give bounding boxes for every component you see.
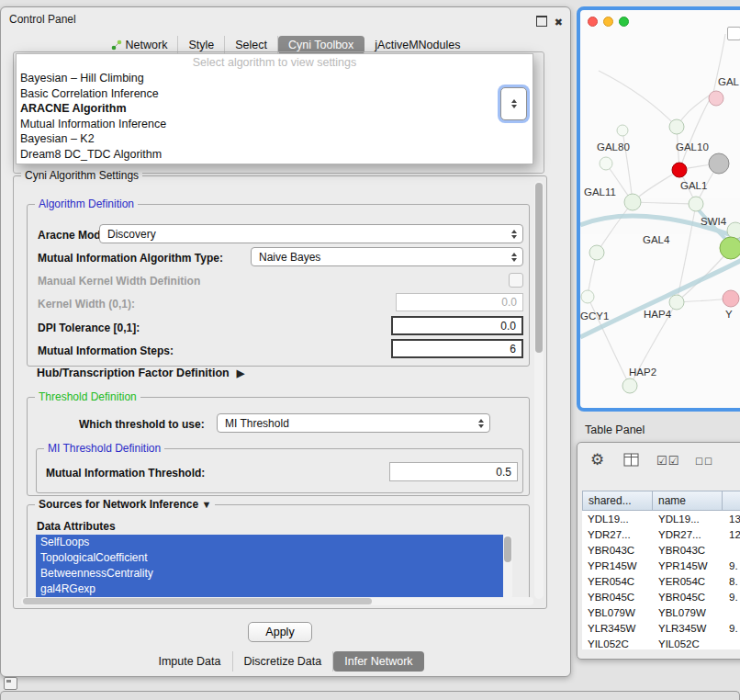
cell[interactable]: YIL052C [582,638,653,649]
table-row[interactable]: YDR27... YDR27... 12 [582,526,740,542]
table-row[interactable]: YLR345W YLR345W 9. [582,620,740,636]
minimized-panel-icon[interactable] [4,677,17,690]
list-item[interactable]: SelfLoops [36,535,503,550]
cell[interactable]: YER054C [582,576,653,587]
mi-type-select[interactable]: Naive Bayes [251,247,523,266]
cell[interactable]: YPR145W [653,560,723,571]
node-pink [723,290,739,307]
table-row[interactable]: YBR045C YBR045C 9. [582,589,740,604]
tab-label: Select [235,39,267,51]
cell[interactable]: 12 [723,529,740,540]
cell[interactable]: YDR27... [582,529,653,540]
node-label: GAL10 [676,141,709,152]
hub-definition-toggle[interactable]: Hub/Transcription Factor Definition ▶ [37,367,244,379]
mi-threshold-field[interactable]: 0.5 [389,462,518,481]
cell[interactable]: YLR345W [582,623,653,634]
collapsed-bottom-panel-bar[interactable] [0,691,740,700]
minimize-traffic-light-icon[interactable] [603,17,613,27]
network-canvas[interactable]: GAL GAL80 GAL10 GAL11 GAL1 SWI4 GAL4 GCY… [580,34,740,411]
tab-discretize-data[interactable]: Discretize Data [233,651,334,672]
menu-item-bayesian-hill-climbing[interactable]: Bayesian – Hill Climbing [17,71,533,86]
aracne-mode-select[interactable]: Discovery [99,224,523,243]
cell[interactable]: YPR145W [582,560,653,571]
mi-steps-label: Mutual Information Steps: [38,344,174,357]
manual-kernel-width-checkbox[interactable] [509,273,523,288]
close-icon[interactable]: ✖ [555,17,563,28]
table-row[interactable]: YBR043C YBR043C [582,542,740,558]
data-attributes-list[interactable]: SelfLoops TopologicalCoefficient Between… [36,535,503,600]
cell[interactable]: 9. [723,592,740,603]
node [600,157,612,170]
node-gray [709,153,729,174]
tab-infer-network[interactable]: Infer Network [333,651,423,672]
cell[interactable]: YBR045C [582,592,653,603]
window-controls [588,17,629,27]
apply-button[interactable]: Apply [248,622,312,642]
deselect-all-checks-icon[interactable]: ☐☐ [695,457,713,467]
columns-icon[interactable] [623,453,639,468]
table-row[interactable]: YIL052C YIL052C [582,636,740,649]
tab-label: Discretize Data [244,655,322,668]
cell[interactable]: YDL19... [653,514,723,525]
menu-item-aracne[interactable]: ARACNE Algorithm [17,101,533,117]
node-label: Y [725,309,733,320]
network-view-window: GAL GAL80 GAL10 GAL11 GAL1 SWI4 GAL4 GCY… [577,6,740,412]
kernel-width-field[interactable]: 0.0 [396,293,523,311]
list-item[interactable]: gal4RGexp [36,581,503,597]
sources-group-toggle[interactable]: Sources for Network Inference ▼ [35,498,215,512]
cell[interactable]: YBL079W [653,607,723,618]
cell[interactable]: YBR043C [582,545,653,556]
which-threshold-select[interactable]: MI Threshold [217,413,490,433]
gear-icon[interactable]: ⚙ [590,450,604,469]
algorithm-dropdown-popup: Select algorithm to view settings Bayesi… [16,53,533,164]
control-panel-window: Control Panel ✖ Network Style Select Cyn… [0,6,571,677]
cell[interactable]: YBL079W [582,607,653,618]
menu-item-mutual-information[interactable]: Mutual Information Inference [17,117,533,132]
cell[interactable]: YDL19... [582,514,653,525]
cell[interactable]: 8. [723,576,740,587]
network-icon [111,40,122,51]
node [617,125,628,136]
list-item[interactable]: BetweennessCentrality [36,566,503,581]
node [689,197,703,211]
menu-item-dream8[interactable]: Dream8 DC_TDC Algorithm [17,147,533,163]
algorithm-combobox-arrows[interactable] [500,87,527,120]
node [669,295,684,310]
cell[interactable]: 9. [723,560,740,571]
column-header-name[interactable]: name [652,491,723,511]
menu-item-bayesian-k2[interactable]: Bayesian – K2 [17,131,533,147]
menu-item-basic-correlation[interactable]: Basic Correlation Inference [17,86,533,102]
cell[interactable]: 13 [723,514,740,525]
kernel-width-label: Kernel Width (0,1): [38,298,135,310]
column-header-shared-name[interactable]: shared... [582,491,653,511]
cell[interactable]: 9. [723,623,740,634]
column-header-partial[interactable] [722,491,740,511]
cell[interactable]: YER054C [653,576,723,587]
cell[interactable]: YBR043C [653,545,723,556]
control-panel-titlebar[interactable]: Control Panel ✖ [1,7,570,31]
attributes-list-scrollbar[interactable] [503,535,512,600]
table-row[interactable]: YDL19... YDL19... 13 [582,511,740,526]
collapsed-arrow-icon: ▶ [237,367,244,379]
cell[interactable]: YBR045C [653,592,723,603]
mi-steps-field[interactable]: 6 [391,339,523,358]
expanded-arrow-icon: ▼ [201,499,211,510]
cell[interactable]: YDR27... [653,529,723,540]
zoom-traffic-light-icon[interactable] [619,17,629,27]
dpi-tolerance-field[interactable]: 0.0 [391,316,523,335]
settings-vertical-scrollbar[interactable] [534,181,544,599]
table-row[interactable]: YPR145W YPR145W 9. [582,558,740,573]
list-item[interactable]: TopologicalCoefficient [36,550,503,566]
close-traffic-light-icon[interactable] [588,17,598,27]
table-row[interactable]: YBL079W YBL079W [582,604,740,620]
settings-horizontal-scrollbar[interactable] [21,597,533,605]
float-window-icon[interactable] [536,14,547,30]
cell[interactable]: YIL052C [653,638,723,649]
table-row[interactable]: YER054C YER054C 8. [582,573,740,589]
tab-impute-data[interactable]: Impute Data [147,651,232,672]
node [624,194,641,210]
select-all-checks-icon[interactable]: ☑☑ [656,454,679,468]
cell[interactable]: YLR345W [653,623,723,634]
threshold-definition-group: Threshold Definition Which threshold to … [27,397,530,496]
checked-box-icon: ☑ [668,454,680,468]
